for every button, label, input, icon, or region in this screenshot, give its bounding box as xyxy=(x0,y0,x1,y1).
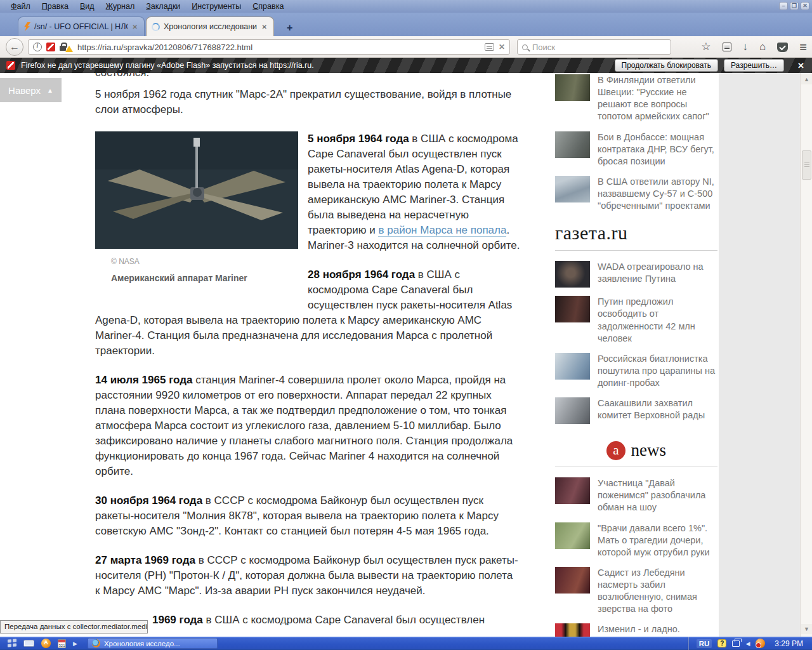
article-paragraph: 1969 года в США с космодрома Cape Canave… xyxy=(95,613,520,628)
calendar-icon[interactable] xyxy=(58,639,66,648)
minimize-button[interactable]: – xyxy=(779,2,788,10)
toolbar-icons: ☆ ↓ ⌂ ≡ xyxy=(701,39,807,55)
allow-button[interactable]: Разрешить… xyxy=(724,59,784,72)
tab-chronology[interactable]: Хронология исследования ... ✕ xyxy=(146,17,274,36)
reader-mode-icon[interactable] xyxy=(485,43,494,51)
app-a-icon[interactable] xyxy=(41,639,51,648)
back-to-top-button[interactable]: Наверх ▲ xyxy=(0,78,62,102)
menu-view[interactable]: Вид xyxy=(74,1,100,12)
lock-icon[interactable] xyxy=(60,43,67,51)
tab-title: /sn/ - UFO OFFICIAL | НЛО О... xyxy=(34,22,128,31)
news-thumbnail xyxy=(555,567,590,594)
tab-close-icon[interactable]: ✕ xyxy=(261,23,268,30)
stop-load-icon[interactable]: ✕ xyxy=(499,43,505,51)
list-item[interactable]: Участница "Давай поженимся" разоблачила … xyxy=(555,477,717,514)
list-item[interactable]: Путин предложил освободить от задолженно… xyxy=(555,296,717,345)
tab-strip: /sn/ - UFO OFFICIAL | НЛО О... ✕ Хроноло… xyxy=(0,13,812,36)
system-tray: RU ◀ 3:29 PM xyxy=(689,637,812,650)
list-item[interactable]: Российская биатлонистка пошутила про цар… xyxy=(555,353,717,389)
continue-blocking-button[interactable]: Продолжать блокировать xyxy=(615,59,719,72)
downloads-icon[interactable]: ↓ xyxy=(743,39,749,55)
spacecraft-photo xyxy=(95,131,298,249)
url-bar[interactable]: https://ria.ru/spravka/20120806/71768872… xyxy=(28,39,510,55)
up-arrow-icon: ▲ xyxy=(47,87,53,94)
date-lead: 27 марта 1969 года xyxy=(95,554,195,566)
date-lead: 5 ноября 1964 года xyxy=(308,133,409,145)
help-balloon-icon[interactable] xyxy=(717,639,726,647)
quick-launch: ▶ xyxy=(8,639,77,648)
scrollbar-thumb[interactable] xyxy=(802,150,811,180)
article-body: состоялся. 5 ноября 1962 года спутник "М… xyxy=(95,73,520,628)
gazeta-logo[interactable]: газета.ru xyxy=(555,222,717,244)
search-bar[interactable]: Поиск xyxy=(517,39,671,55)
news-thumbnail xyxy=(555,131,590,158)
tab-close-icon[interactable]: ✕ xyxy=(131,23,139,30)
window-controls: – ❐ ✕ xyxy=(779,2,809,10)
news-thumbnail xyxy=(555,261,590,288)
menu-help[interactable]: Справка xyxy=(247,1,289,12)
menu-history[interactable]: Журнал xyxy=(100,1,141,12)
news-sidebar: В Финляндии ответили Швеции: "Русские не… xyxy=(555,74,717,637)
list-item[interactable]: Бои в Донбассе: мощная контратака ДНР, В… xyxy=(555,131,717,168)
list-item[interactable]: Садист из Лебедяни насмерть забил возлюб… xyxy=(555,567,717,616)
firefox-task-button[interactable]: Хронология исследо... xyxy=(88,638,218,649)
back-button[interactable]: ← xyxy=(6,38,23,56)
list-item[interactable]: WADA отреагировало на заявление Путина xyxy=(555,261,717,288)
antivirus-icon[interactable] xyxy=(756,639,765,648)
menu-tools[interactable]: Инструменты xyxy=(186,1,247,12)
news-thumbnail xyxy=(555,353,590,380)
notification-close-icon[interactable]: ✕ xyxy=(790,61,812,70)
url-text[interactable]: https://ria.ru/spravka/20120806/71768872… xyxy=(77,43,252,52)
page-viewport: Наверх ▲ состоялся. 5 ноября 1962 года с… xyxy=(0,73,812,637)
list-item[interactable]: "Врачи давали всего 1%". Мать о трагедии… xyxy=(555,522,717,559)
site-info-icon[interactable] xyxy=(33,43,42,51)
keyboard-icon[interactable] xyxy=(23,640,34,647)
news-thumbnail xyxy=(555,176,590,202)
chevron-right-icon[interactable]: ▶ xyxy=(73,640,77,647)
list-item[interactable]: В США ответили автору NI, назвавшему Су-… xyxy=(555,176,717,212)
bookmarks-menu-icon[interactable] xyxy=(723,43,731,51)
news-thumbnail xyxy=(555,296,590,322)
flash-plugin-icon[interactable] xyxy=(46,43,55,51)
close-button[interactable]: ✕ xyxy=(801,2,809,10)
loading-spinner-icon xyxy=(152,23,160,31)
flash-blocked-icon xyxy=(6,61,15,70)
menu-edit[interactable]: Правка xyxy=(36,1,74,12)
list-item[interactable]: Саакашвили захватил комитет Верховной ра… xyxy=(555,397,717,424)
windows-logo-icon[interactable] xyxy=(8,639,16,648)
language-indicator[interactable]: RU xyxy=(697,639,712,648)
taskbar-clock: 3:29 PM xyxy=(771,639,807,648)
article-paragraph: состоялся. xyxy=(95,73,520,81)
new-tab-button[interactable]: + xyxy=(283,23,296,33)
menu-file[interactable]: Файл xyxy=(5,1,36,12)
scroll-down-icon[interactable]: ▼ xyxy=(801,624,812,634)
hamburger-menu-icon[interactable]: ≡ xyxy=(799,39,807,55)
divider xyxy=(555,467,717,467)
divider xyxy=(555,250,717,251)
pocket-icon[interactable] xyxy=(777,43,788,52)
menu-bookmarks[interactable]: Закладки xyxy=(140,1,186,12)
list-item[interactable]: В Финляндии ответили Швеции: "Русские не… xyxy=(555,74,717,123)
news-thumbnail xyxy=(555,522,590,549)
window-stack-icon[interactable] xyxy=(732,640,740,647)
date-lead: 30 ноября 1964 года xyxy=(95,494,202,507)
back-to-top-label: Наверх xyxy=(8,85,41,96)
restore-button[interactable]: ❐ xyxy=(790,2,799,10)
anews-logo[interactable]: a news xyxy=(555,441,717,460)
date-lead: 28 ноября 1964 года xyxy=(308,269,415,281)
desktop: Файл Правка Вид Журнал Закладки Инструме… xyxy=(0,0,812,650)
list-item[interactable]: Изменил - и ладно. Знаменитые женщины, п… xyxy=(555,623,717,637)
lightning-icon xyxy=(23,22,30,31)
tab-ufo[interactable]: /sn/ - UFO OFFICIAL | НЛО О... ✕ xyxy=(18,17,145,36)
article-paragraph: 30 ноября 1964 года в СССР с космодрома … xyxy=(95,493,520,539)
news-thumbnail xyxy=(555,623,590,637)
article-link[interactable]: в район Марса не попала xyxy=(378,224,506,237)
chevron-left-icon[interactable]: ◀ xyxy=(745,640,750,647)
scroll-up-icon[interactable]: ▲ xyxy=(801,74,812,84)
scrollbar[interactable]: ▲ ▼ xyxy=(800,73,812,637)
bookmark-star-icon[interactable]: ☆ xyxy=(701,39,710,55)
home-icon[interactable]: ⌂ xyxy=(759,39,766,55)
article-paragraph: 27 марта 1969 года в СССР с космодрома Б… xyxy=(95,553,520,599)
plugin-notification-bar: Firefox не дал устаревшему плагину «Adob… xyxy=(0,58,812,73)
article-paragraph: 14 июля 1965 года станция Mariner-4 сове… xyxy=(95,373,520,479)
